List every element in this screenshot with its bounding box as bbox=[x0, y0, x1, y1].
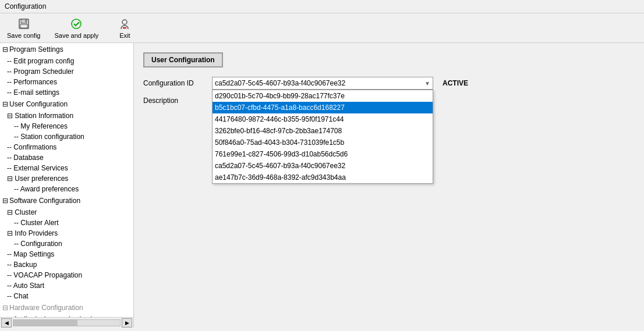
dropdown-item-7[interactable]: ae147b7c-36d9-468a-8392-afc9d343b4aa bbox=[213, 172, 433, 183]
dash-icon5: -- bbox=[14, 122, 19, 130]
description-label: Description bbox=[143, 97, 207, 105]
exit-label: Exit bbox=[119, 32, 130, 39]
dash-icon: -- bbox=[7, 57, 12, 65]
exit-icon bbox=[118, 17, 132, 31]
expand-icon-user-config: ⊟ bbox=[2, 100, 8, 108]
svg-rect-3 bbox=[25, 20, 26, 22]
expand-icon-cluster: ⊟ bbox=[7, 208, 13, 216]
sidebar-item-software-configuration[interactable]: ⊟ Software Configuration bbox=[0, 194, 133, 207]
content-area: User Configuration Configuration ID ca5d… bbox=[134, 43, 644, 328]
sidebar-item-my-references[interactable]: -- My References bbox=[0, 121, 133, 131]
sidebar-item-cluster[interactable]: ⊟ Cluster bbox=[0, 207, 133, 218]
scroll-right-button[interactable]: ▶ bbox=[122, 318, 132, 328]
sidebar-item-program-settings[interactable]: ⊟ Program Settings bbox=[0, 43, 133, 56]
program-settings-label: Program Settings bbox=[9, 45, 63, 54]
config-id-dropdown-trigger[interactable]: ca5d2a07-5c45-4607-b93a-f40c9067ee32 ▼ bbox=[212, 77, 433, 90]
status-badge: ACTIVE bbox=[443, 79, 468, 87]
dash-icon2: -- bbox=[7, 67, 12, 76]
config-id-dropdown[interactable]: ca5d2a07-5c45-4607-b93a-f40c9067ee32 ▼ d… bbox=[212, 77, 433, 90]
dropdown-item-5[interactable]: 761e99e1-c827-4506-99d3-d10ab56dc5d6 bbox=[213, 148, 433, 160]
sidebar-item-hardware-configuration[interactable]: ⊟ Hardware Configuration bbox=[0, 301, 133, 314]
sidebar-item-user-preferences[interactable]: ⊟ User preferences bbox=[0, 173, 133, 184]
sidebar-item-cluster-alert[interactable]: -- Cluster Alert bbox=[0, 218, 133, 228]
config-id-label: Configuration ID bbox=[143, 79, 207, 87]
dash-icon7: -- bbox=[7, 143, 12, 151]
dash-icon16: -- bbox=[7, 282, 12, 290]
dropdown-item-4[interactable]: 50f846a0-75ad-4043-b304-731039fe1c5b bbox=[213, 137, 433, 148]
toolbar: Save config Save and apply Exit bbox=[0, 13, 644, 43]
window-title: Configuration bbox=[5, 2, 46, 10]
dash-icon10: -- bbox=[14, 185, 19, 193]
save-apply-button[interactable]: Save and apply bbox=[52, 16, 101, 40]
svg-point-5 bbox=[122, 20, 127, 24]
sidebar-item-performances[interactable]: -- Performances bbox=[0, 77, 133, 87]
sidebar-item-configuration[interactable]: -- Configuration bbox=[0, 239, 133, 249]
sidebar-item-database[interactable]: -- Database bbox=[0, 152, 133, 163]
dash-icon8: -- bbox=[7, 154, 12, 162]
dropdown-item-0[interactable]: d290c01b-5c70-4bc9-bb99-28ac177fc37e bbox=[213, 90, 433, 102]
dash-icon14: -- bbox=[7, 261, 12, 269]
sidebar-item-user-configuration[interactable]: ⊟ User Configuration bbox=[0, 98, 133, 111]
expand-icon-program-settings: ⊟ bbox=[2, 45, 8, 54]
sidebar-item-info-providers[interactable]: ⊟ Info Providers bbox=[0, 228, 133, 239]
config-id-selected-value: ca5d2a07-5c45-4607-b93a-f40c9067ee32 bbox=[215, 79, 345, 87]
dropdown-arrow-icon: ▼ bbox=[424, 80, 430, 87]
sidebar-bottom: ◀ ▶ bbox=[0, 317, 133, 328]
svg-rect-2 bbox=[20, 24, 27, 28]
sidebar-item-edit-program-config[interactable]: -- Edit program config bbox=[0, 56, 133, 66]
dash-icon9: -- bbox=[7, 164, 12, 172]
sw-config-label: Software Configuration bbox=[9, 197, 80, 205]
dash-icon12: -- bbox=[14, 240, 19, 248]
main-container: ⊟ Program Settings -- Edit program confi… bbox=[0, 43, 644, 328]
dropdown-item-6[interactable]: ca5d2a07-5c45-4607-b93a-f40c9067ee32 bbox=[213, 160, 433, 172]
sidebar-item-station-information[interactable]: ⊟ Station Information bbox=[0, 111, 133, 121]
dash-icon6: -- bbox=[14, 133, 19, 141]
dash-icon4: -- bbox=[7, 88, 12, 97]
sidebar-item-auto-start[interactable]: -- Auto Start bbox=[0, 280, 133, 291]
sidebar-item-chat[interactable]: -- Chat bbox=[0, 291, 133, 301]
save-config-label: Save config bbox=[7, 32, 40, 39]
dash-icon13: -- bbox=[7, 250, 12, 258]
sidebar-item-award-preferences[interactable]: -- Award preferences bbox=[0, 184, 133, 194]
save-config-button[interactable]: Save config bbox=[5, 16, 43, 40]
section-title: User Configuration bbox=[143, 52, 223, 67]
sidebar-item-external-services[interactable]: -- External Services bbox=[0, 163, 133, 173]
expand-icon-station: ⊟ bbox=[7, 112, 13, 120]
svg-point-4 bbox=[72, 19, 81, 29]
scroll-left-button[interactable]: ◀ bbox=[1, 318, 12, 328]
expand-icon-hw-config: ⊟ bbox=[2, 304, 8, 312]
config-id-row: Configuration ID ca5d2a07-5c45-4607-b93a… bbox=[143, 77, 635, 90]
sidebar-scroll[interactable]: ⊟ Program Settings -- Edit program confi… bbox=[0, 43, 133, 317]
sidebar-item-backup[interactable]: -- Backup bbox=[0, 259, 133, 270]
sidebar-item-map-settings[interactable]: -- Map Settings bbox=[0, 249, 133, 259]
config-id-dropdown-list[interactable]: d290c01b-5c70-4bc9-bb99-28ac177fc37e b5c… bbox=[212, 90, 433, 184]
sidebar-item-email-settings[interactable]: -- E-mail settings bbox=[0, 87, 133, 98]
dash-icon11: -- bbox=[14, 219, 19, 227]
sidebar-item-station-configuration[interactable]: -- Station configuration bbox=[0, 131, 133, 142]
expand-icon-user-pref: ⊟ bbox=[7, 175, 13, 183]
hw-config-label: Hardware Configuration bbox=[9, 304, 83, 312]
sidebar-item-program-scheduler[interactable]: -- Program Scheduler bbox=[0, 66, 133, 77]
sidebar-item-voacap[interactable]: -- VOACAP Propagation bbox=[0, 270, 133, 280]
dropdown-item-2[interactable]: 44176480-9872-446c-b355-95f0f1971c44 bbox=[213, 113, 433, 125]
save-apply-label: Save and apply bbox=[54, 32, 98, 39]
user-config-label: User Configuration bbox=[9, 100, 68, 108]
expand-icon-sw-config: ⊟ bbox=[2, 197, 8, 205]
sidebar: ⊟ Program Settings -- Edit program confi… bbox=[0, 43, 134, 328]
title-bar: Configuration bbox=[0, 0, 644, 13]
dash-icon15: -- bbox=[7, 271, 12, 279]
save-apply-icon bbox=[69, 17, 83, 31]
sidebar-item-confirmations[interactable]: -- Confirmations bbox=[0, 142, 133, 152]
dropdown-item-1[interactable]: b5c1bc07-cfbd-4475-a1a8-bacc6d168227 bbox=[213, 102, 433, 113]
save-config-icon bbox=[17, 17, 31, 31]
expand-icon-info-providers: ⊟ bbox=[7, 229, 13, 237]
dash-icon17: -- bbox=[7, 292, 12, 300]
dropdown-item-3[interactable]: 3262bfe0-bf16-48cf-97cb-2bb3ae174708 bbox=[213, 125, 433, 137]
exit-button[interactable]: Exit bbox=[110, 16, 139, 40]
dash-icon3: -- bbox=[7, 78, 12, 86]
